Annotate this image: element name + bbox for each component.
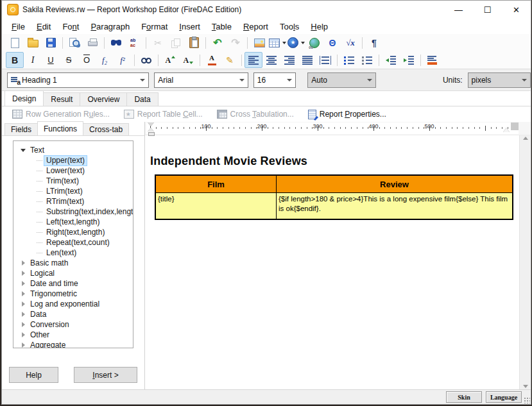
tab-data[interactable]: Data: [126, 92, 158, 106]
tab-overview[interactable]: Overview: [80, 92, 127, 106]
italic-button[interactable]: I: [24, 52, 42, 68]
vertical-scrollbar[interactable]: [519, 135, 531, 389]
report-table-cell-button[interactable]: Report Table Cell...: [119, 108, 208, 120]
paragraph-shading-button[interactable]: [424, 52, 442, 68]
insert-function-button[interactable]: Insert >: [74, 367, 137, 383]
document-canvas[interactable]: Independent Movie Reviews Film Review {t…: [145, 135, 519, 389]
numbered-list-button[interactable]: [358, 52, 376, 68]
insert-symbol-button[interactable]: [287, 35, 305, 51]
paste-button[interactable]: [185, 35, 203, 51]
tab-design[interactable]: Design: [4, 90, 44, 106]
resize-grip[interactable]: [524, 397, 530, 403]
language-button[interactable]: Language: [486, 391, 522, 403]
table-cell-review[interactable]: {$if length>180 & price>4}This is a long…: [277, 193, 513, 220]
print-preview-button[interactable]: [65, 35, 83, 51]
paragraph-style-select[interactable]: Heading 1: [7, 72, 149, 88]
tree-item-date-and-time[interactable]: Date and time: [13, 278, 133, 289]
font-family-select[interactable]: Arial: [154, 72, 248, 88]
align-center-button[interactable]: [262, 52, 280, 68]
replace-button[interactable]: [125, 35, 143, 51]
glasses-button[interactable]: [137, 52, 155, 68]
align-right-button[interactable]: [280, 52, 298, 68]
tab-cross-tab[interactable]: Cross-tab: [83, 123, 129, 135]
menu-item-report[interactable]: Report: [237, 21, 274, 33]
maximize-button[interactable]: ☐: [473, 1, 502, 19]
underline-button[interactable]: U: [42, 52, 60, 68]
tree-item-text[interactable]: Text: [13, 145, 133, 155]
save-button[interactable]: [42, 35, 60, 51]
tree-item-trim-text[interactable]: Trim(text): [13, 176, 133, 186]
minimize-button[interactable]: —: [444, 1, 473, 19]
tree-item-substring-text-index-length[interactable]: Substring(text,index,length): [13, 207, 133, 217]
superscript-button[interactable]: f²: [114, 52, 132, 68]
menu-item-help[interactable]: Help: [305, 21, 334, 33]
insert-formula-button[interactable]: √x: [341, 35, 359, 51]
tree-item-repeat-text-count[interactable]: Repeat(text,count): [13, 237, 133, 248]
align-left-button[interactable]: [245, 52, 262, 68]
cross-tabulation-button[interactable]: Cross Tabulation...: [212, 108, 299, 120]
tree-item-other[interactable]: Other: [13, 330, 133, 340]
tree-item-ltrim-text[interactable]: LTrim(text): [13, 186, 133, 196]
new-document-button[interactable]: [6, 35, 24, 51]
insert-field-button[interactable]: Θ: [323, 35, 341, 51]
skin-button[interactable]: Skin: [446, 391, 482, 403]
strikethrough-button[interactable]: S: [60, 52, 78, 68]
tree-item-len-text[interactable]: Len(text): [13, 248, 133, 258]
tab-fields[interactable]: Fields: [4, 123, 38, 135]
font-size-select[interactable]: 16: [253, 72, 296, 88]
table-header-film[interactable]: Film: [155, 175, 277, 193]
font-color-button[interactable]: [203, 52, 221, 68]
scroll-up-icon[interactable]: [523, 137, 528, 140]
open-button[interactable]: [24, 35, 42, 51]
tree-item-logical[interactable]: Logical: [13, 268, 133, 278]
left-indent-marker[interactable]: [148, 132, 155, 136]
hanging-indent-marker[interactable]: [148, 128, 154, 131]
tree-item-trigonometric[interactable]: Trigonometric: [13, 289, 133, 299]
tab-result[interactable]: Result: [43, 92, 80, 106]
redo-button[interactable]: ↷: [227, 35, 245, 51]
menu-item-paragraph[interactable]: Paragraph: [85, 21, 135, 33]
print-button[interactable]: [83, 35, 101, 51]
menu-item-edit[interactable]: Edit: [31, 21, 56, 33]
tree-item-rtrim-text[interactable]: RTrim(text): [13, 196, 133, 207]
tree-item-right-text-length[interactable]: Right(text,length): [13, 227, 133, 237]
find-button[interactable]: [107, 35, 125, 51]
shrink-font-button[interactable]: [179, 52, 197, 68]
units-select[interactable]: pixels: [468, 72, 531, 88]
subscript-button[interactable]: f₂: [96, 52, 114, 68]
undo-button[interactable]: ↶: [209, 35, 227, 51]
scroll-down-icon[interactable]: [523, 385, 528, 388]
tab-functions[interactable]: Functions: [37, 121, 83, 135]
tree-item-basic-math[interactable]: Basic math: [13, 258, 133, 268]
paragraph-marks-button[interactable]: ¶: [365, 35, 383, 51]
close-button[interactable]: ✕: [502, 1, 531, 19]
bullet-list-button[interactable]: [340, 52, 358, 68]
tree-item-data[interactable]: Data: [13, 309, 133, 319]
row-generation-rules-button[interactable]: Row Generation Rules...: [7, 108, 115, 120]
menu-item-tools[interactable]: Tools: [274, 21, 305, 33]
right-indent-marker[interactable]: [503, 128, 510, 132]
first-line-indent-marker[interactable]: [148, 123, 154, 126]
justify-button[interactable]: [298, 52, 316, 68]
menu-item-font[interactable]: Font: [56, 21, 85, 33]
copy-button[interactable]: [167, 35, 185, 51]
tree-item-log-and-exponential[interactable]: Log and exponential: [13, 299, 133, 309]
menu-item-table[interactable]: Table: [206, 21, 237, 33]
tree-item-left-text-length[interactable]: Left(text,length): [13, 217, 133, 227]
tree-item-upper-text[interactable]: Upper(text): [13, 155, 133, 165]
highlight-button[interactable]: ✎: [221, 52, 239, 68]
tree-item-conversion[interactable]: Conversion: [13, 319, 133, 330]
table-header-review[interactable]: Review: [277, 175, 513, 193]
insert-hyperlink-button[interactable]: [305, 35, 323, 51]
insert-table-button[interactable]: [268, 35, 287, 51]
report-properties-button[interactable]: Report Properties...: [303, 108, 391, 121]
line-spacing-button[interactable]: [316, 52, 334, 68]
table-cell-title[interactable]: {title}: [155, 193, 277, 220]
bold-button[interactable]: B: [6, 52, 24, 68]
increase-indent-button[interactable]: [400, 52, 418, 68]
grow-font-button[interactable]: [161, 52, 179, 68]
menu-item-file[interactable]: File: [6, 21, 31, 33]
overline-button[interactable]: O: [78, 52, 96, 68]
decrease-indent-button[interactable]: [382, 52, 400, 68]
insert-image-button[interactable]: [250, 35, 268, 51]
